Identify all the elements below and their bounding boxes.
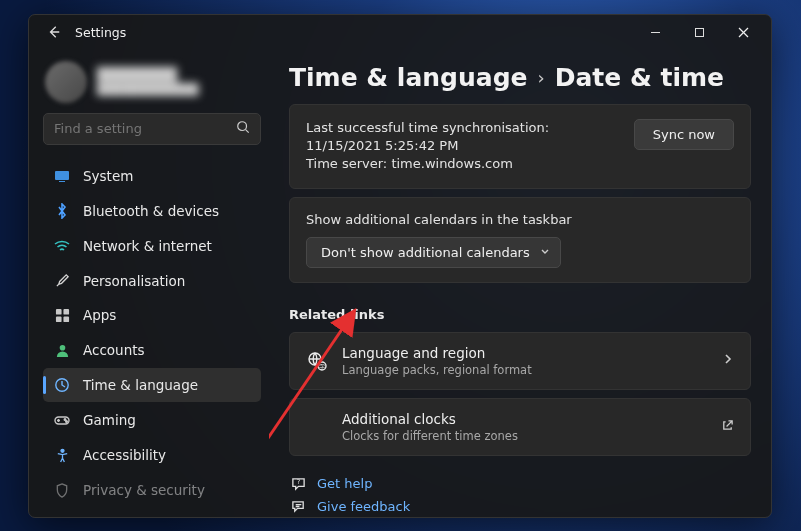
sidebar-item-network[interactable]: Network & internet xyxy=(43,229,261,263)
svg-rect-7 xyxy=(59,181,65,182)
sidebar-item-privacy[interactable]: Privacy & security xyxy=(43,473,261,507)
sidebar-nav: System Bluetooth & devices Network & int… xyxy=(43,159,261,507)
apps-icon xyxy=(53,306,71,324)
paintbrush-icon xyxy=(53,272,71,290)
main-content: Time & language › Date & time Last succe… xyxy=(269,49,771,517)
close-button[interactable] xyxy=(721,17,765,47)
language-icon: 字 xyxy=(306,350,328,372)
sync-status-line: Last successful time synchronisation: 11… xyxy=(306,119,618,155)
wifi-icon xyxy=(53,237,71,255)
dropdown-selected: Don't show additional calendars xyxy=(321,245,530,260)
sidebar-item-gaming[interactable]: Gaming xyxy=(43,403,261,437)
svg-point-12 xyxy=(59,345,65,351)
time-server-line: Time server: time.windows.com xyxy=(306,155,618,173)
sidebar-item-accounts[interactable]: Accounts xyxy=(43,333,261,367)
svg-rect-11 xyxy=(63,316,69,322)
svg-text:?: ? xyxy=(296,478,300,486)
related-links-heading: Related links xyxy=(289,307,751,322)
chevron-down-icon xyxy=(540,245,550,260)
titlebar: Settings xyxy=(29,15,771,49)
sidebar-item-label: Personalisation xyxy=(83,273,185,289)
sidebar-item-label: Accessibility xyxy=(83,447,166,463)
shield-icon xyxy=(53,481,71,499)
link-subtitle: Language packs, regional format xyxy=(342,363,708,377)
link-label: Give feedback xyxy=(317,499,410,514)
sidebar-item-label: System xyxy=(83,168,133,184)
footer-links: ? Get help Give feedback xyxy=(289,476,751,514)
maximize-icon xyxy=(694,27,705,38)
back-button[interactable] xyxy=(43,21,65,43)
svg-point-4 xyxy=(238,122,247,131)
sidebar-item-label: Accounts xyxy=(83,342,145,358)
bluetooth-icon xyxy=(53,202,71,220)
breadcrumb-parent[interactable]: Time & language xyxy=(289,63,528,92)
accessibility-icon xyxy=(53,446,71,464)
svg-point-16 xyxy=(66,421,68,423)
svg-text:字: 字 xyxy=(319,362,325,369)
system-icon xyxy=(53,167,71,185)
sync-now-button[interactable]: Sync now xyxy=(634,119,734,150)
arrow-left-icon xyxy=(47,25,61,39)
sidebar-item-time-language[interactable]: Time & language xyxy=(43,368,261,402)
link-title: Additional clocks xyxy=(342,411,707,427)
sync-card: Last successful time synchronisation: 11… xyxy=(289,104,751,189)
language-region-link[interactable]: 字 Language and region Language packs, re… xyxy=(289,332,751,390)
breadcrumb-current: Date & time xyxy=(555,63,724,92)
link-label: Get help xyxy=(317,476,372,491)
svg-line-5 xyxy=(246,130,249,133)
additional-calendars-card: Show additional calendars in the taskbar… xyxy=(289,197,751,283)
link-title: Language and region xyxy=(342,345,708,361)
user-account-row[interactable]: ████████ ████████████ xyxy=(43,59,261,105)
settings-window: Settings ████████ ████████████ xyxy=(28,14,772,518)
search-box[interactable] xyxy=(43,113,261,145)
sidebar-item-label: Apps xyxy=(83,307,116,323)
help-icon: ? xyxy=(289,476,307,491)
get-help-link[interactable]: ? Get help xyxy=(289,476,751,491)
svg-rect-1 xyxy=(695,28,703,36)
search-input[interactable] xyxy=(54,121,236,136)
maximize-button[interactable] xyxy=(677,17,721,47)
close-icon xyxy=(738,27,749,38)
card-title: Show additional calendars in the taskbar xyxy=(306,212,734,227)
minimize-icon xyxy=(650,27,661,38)
svg-rect-9 xyxy=(63,309,69,315)
svg-rect-8 xyxy=(55,309,61,315)
additional-calendars-dropdown[interactable]: Don't show additional calendars xyxy=(306,237,561,268)
breadcrumb: Time & language › Date & time xyxy=(289,63,751,92)
sidebar-item-bluetooth[interactable]: Bluetooth & devices xyxy=(43,194,261,228)
feedback-icon xyxy=(289,499,307,514)
minimize-button[interactable] xyxy=(633,17,677,47)
sidebar: ████████ ████████████ System Bluetooth &… xyxy=(29,49,269,517)
svg-point-15 xyxy=(64,419,66,421)
sidebar-item-label: Bluetooth & devices xyxy=(83,203,219,219)
chevron-right-icon: › xyxy=(538,67,545,88)
chevron-right-icon xyxy=(722,353,734,368)
external-link-icon xyxy=(721,419,734,435)
avatar xyxy=(45,61,87,103)
sidebar-item-label: Gaming xyxy=(83,412,136,428)
link-subtitle: Clocks for different time zones xyxy=(342,429,707,443)
svg-point-17 xyxy=(61,449,64,452)
sidebar-item-label: Network & internet xyxy=(83,238,212,254)
sidebar-item-system[interactable]: System xyxy=(43,159,261,193)
sidebar-item-personalisation[interactable]: Personalisation xyxy=(43,264,261,298)
sidebar-item-label: Privacy & security xyxy=(83,482,205,498)
gaming-icon xyxy=(53,411,71,429)
give-feedback-link[interactable]: Give feedback xyxy=(289,499,751,514)
svg-rect-10 xyxy=(55,316,61,322)
additional-clocks-link[interactable]: • Additional clocks Clocks for different… xyxy=(289,398,751,456)
sidebar-item-label: Time & language xyxy=(83,377,198,393)
clock-globe-icon xyxy=(53,376,71,394)
search-icon xyxy=(236,119,250,138)
sidebar-item-accessibility[interactable]: Accessibility xyxy=(43,438,261,472)
svg-rect-6 xyxy=(55,171,69,180)
sidebar-item-apps[interactable]: Apps xyxy=(43,299,261,333)
person-icon xyxy=(53,341,71,359)
window-title: Settings xyxy=(75,25,126,40)
